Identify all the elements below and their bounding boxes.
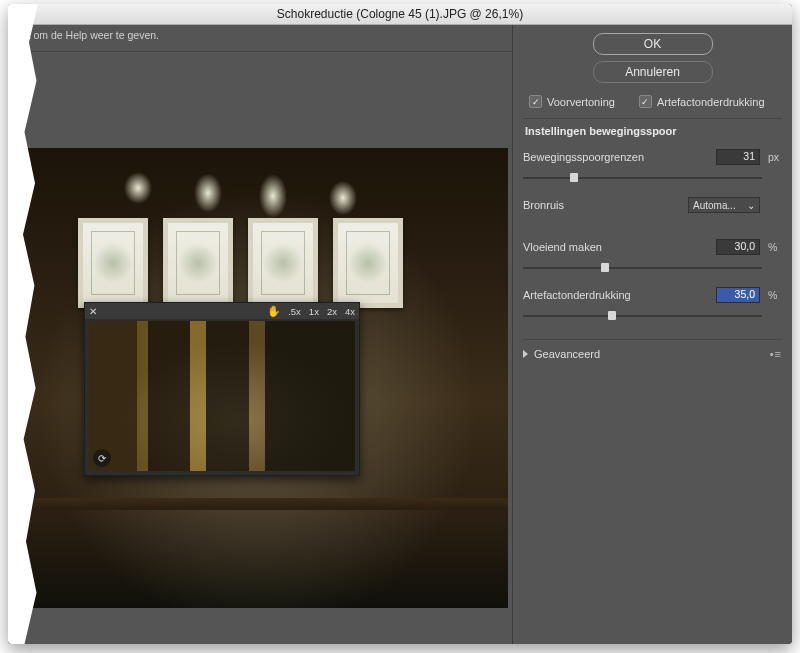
chevron-down-icon: ⌄ [747,200,755,211]
section-trace-settings: Instellingen bewegingsspoor [523,118,782,141]
source-noise-label: Bronruis [523,199,680,211]
photo-frame-decor [78,218,148,308]
slider-thumb[interactable] [608,311,616,320]
smoothing-input[interactable]: 30,0 [716,239,760,255]
trace-bounds-row: Bewegingsspoorgrenzen 31 px [523,147,782,167]
advanced-section[interactable]: Geavanceerd •≡ [523,339,782,368]
ok-button[interactable]: OK [593,33,713,55]
photo-frame-decor [333,218,403,308]
panel-menu-icon[interactable]: •≡ [770,348,782,360]
smoothing-row: Vloeiend maken 30,0 % [523,237,782,257]
zoom-2x[interactable]: 2x [323,306,341,317]
zoom-4x[interactable]: 4x [341,306,359,317]
photo-frame-decor [248,218,318,308]
artifact-label: Artefactonderdrukking [523,289,708,301]
dialog-body: ent om de Help weer te geven. ✕ ✋ .5x [8,25,792,644]
artifact-unit: % [768,289,782,301]
zoom-05x[interactable]: .5x [284,306,305,317]
preview-checkbox-label: Voorvertoning [547,96,615,108]
dialog-shake-reduction: Schokreductie (Cologne 45 (1).JPG @ 26,1… [8,4,792,644]
smoothing-slider[interactable] [523,263,782,273]
trace-bounds-slider[interactable] [523,173,782,183]
trace-bounds-label: Bewegingsspoorgrenzen [523,151,708,163]
source-noise-row: Bronruis Automa... ⌄ [523,195,782,215]
cancel-button[interactable]: Annuleren [593,61,713,83]
help-hint: ent om de Help weer te geven. [8,25,512,52]
image-canvas[interactable]: ✕ ✋ .5x 1x 2x 4x ⟳ [8,52,512,644]
artifact-suppress-checkbox[interactable]: ✓ Artefactonderdrukking [639,95,765,108]
settings-panel: OK Annuleren ✓ Voorvertoning ✓ Artefacto… [512,25,792,644]
disclosure-triangle-icon [523,350,528,358]
slider-track [523,315,762,317]
slider-track [523,177,762,179]
photo-frame-decor [163,218,233,308]
preview-pane: ent om de Help weer te geven. ✕ ✋ .5x [8,25,512,644]
check-icon: ✓ [639,95,652,108]
artifact-slider[interactable] [523,311,782,321]
loupe-refresh-icon[interactable]: ⟳ [93,449,111,467]
loupe-close-button[interactable]: ✕ [85,306,101,317]
trace-bounds-input[interactable]: 31 [716,149,760,165]
source-noise-value: Automa... [693,200,736,211]
smoothing-unit: % [768,241,782,253]
dialog-title: Schokreductie (Cologne 45 (1).JPG @ 26,1… [8,4,792,25]
slider-thumb[interactable] [570,173,578,182]
checkbox-row: ✓ Voorvertoning ✓ Artefactonderdrukking [523,89,782,112]
preview-checkbox[interactable]: ✓ Voorvertoning [529,95,615,108]
zoom-1x[interactable]: 1x [305,306,323,317]
smoothing-label: Vloeiend maken [523,241,708,253]
artifact-row: Artefactonderdrukking 35,0 % [523,285,782,305]
slider-track [523,267,762,269]
advanced-label: Geavanceerd [534,348,600,360]
trace-bounds-unit: px [768,151,782,163]
hand-tool-icon[interactable]: ✋ [264,305,284,318]
source-noise-select[interactable]: Automa... ⌄ [688,197,760,213]
loupe-image[interactable] [89,321,355,471]
artifact-input[interactable]: 35,0 [716,287,760,303]
artifact-suppress-label: Artefactonderdrukking [657,96,765,108]
slider-thumb[interactable] [601,263,609,272]
check-icon: ✓ [529,95,542,108]
spacer [523,221,782,231]
photo-shelf-decor [8,498,508,510]
detail-loupe[interactable]: ✕ ✋ .5x 1x 2x 4x ⟳ [84,302,360,476]
loupe-toolbar: ✕ ✋ .5x 1x 2x 4x [85,303,359,319]
